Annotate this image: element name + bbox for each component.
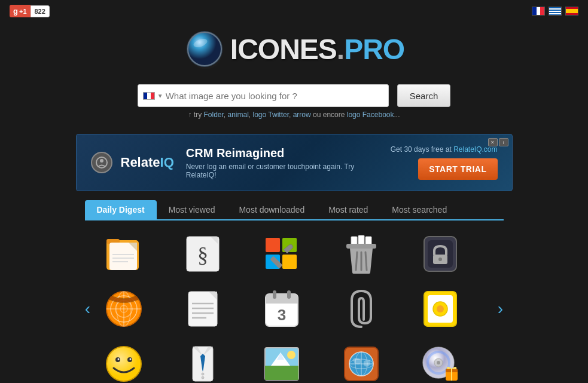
nav-next-button[interactable]: › — [489, 299, 513, 318]
ad-brand-iq: IQ — [160, 155, 174, 170]
tab-daily-digest[interactable]: Daily Digest — [85, 200, 157, 219]
ad-brand-area: RelateIQ — [91, 152, 174, 173]
logo-icones: ICONES — [230, 33, 337, 65]
logo-text: ICONES.PRO — [230, 33, 404, 66]
search-flag — [143, 92, 155, 100]
svg-line-29 — [365, 252, 367, 270]
ad-free-text: Get 30 days free at RelateIQ.com — [391, 145, 498, 154]
icon-globe-frame[interactable] — [337, 340, 385, 383]
icons-grid-wrapper: ‹ — [76, 230, 513, 383]
folder-page-svg — [106, 235, 141, 272]
icons-grid: § — [100, 230, 489, 383]
suggestion-animal[interactable]: animal — [228, 111, 249, 119]
suggestion-logo-twitter[interactable]: logo Twitter — [253, 111, 289, 119]
icon-folder-page[interactable] — [100, 230, 148, 278]
svg-point-60 — [117, 359, 119, 360]
svg-rect-18 — [266, 238, 280, 252]
svg-line-27 — [356, 252, 357, 270]
icon-smiley[interactable] — [100, 340, 148, 383]
ad-subtext: Never log an email or customer touchpoin… — [186, 163, 379, 179]
icon-sticker-page[interactable] — [416, 285, 464, 333]
ad-free-link[interactable]: RelateIQ.com — [453, 145, 497, 154]
dropdown-arrow-icon[interactable]: ▼ — [157, 93, 163, 99]
icon-paperclip[interactable] — [337, 285, 385, 333]
ad-banner: ✕ i RelateIQ CRM Reimagined Never log an… — [76, 134, 513, 191]
svg-point-33 — [438, 258, 442, 261]
logo-sphere-icon — [184, 28, 226, 70]
search-button[interactable]: Search — [397, 84, 451, 107]
suggestion-prefix: ↑ try — [188, 111, 203, 119]
icon-orange-globe[interactable] — [100, 285, 148, 333]
svg-point-70 — [287, 351, 295, 359]
icon-wrench-tools[interactable] — [258, 230, 306, 278]
ad-badge: ✕ i — [488, 138, 508, 146]
svg-rect-51 — [287, 290, 291, 299]
logo-area: ICONES.PRO — [0, 22, 588, 84]
suggestion-arrow[interactable]: arrow — [293, 111, 311, 119]
tab-most-searched[interactable]: Most searched — [380, 200, 459, 219]
gplus-label: +1 — [19, 8, 27, 15]
svg-point-64 — [202, 376, 204, 379]
icon-section-sign[interactable]: § — [179, 230, 227, 278]
ad-badge-x[interactable]: ✕ — [488, 138, 498, 146]
svg-text:§: § — [197, 243, 208, 266]
logo-pro: PRO — [344, 33, 404, 65]
gplus-count: 822 — [31, 5, 50, 17]
icon-lock-screen[interactable] — [416, 230, 464, 278]
suggestion-logo-facebook[interactable]: logo Facebook — [347, 111, 394, 119]
icon-dvd-gift[interactable] — [416, 340, 464, 383]
ad-brand-name: RelateIQ — [121, 155, 174, 170]
top-bar: g +1 822 — [0, 0, 588, 22]
svg-point-61 — [129, 359, 131, 360]
gplus-button[interactable]: g +1 — [10, 5, 31, 17]
ad-badge-info[interactable]: i — [499, 138, 508, 146]
gplus-icon: g — [13, 7, 18, 16]
tabs-area: Daily Digest Most viewed Most downloaded… — [85, 200, 504, 220]
icon-calendar[interactable]: 3 — [258, 285, 306, 333]
tab-most-viewed[interactable]: Most viewed — [157, 200, 227, 219]
gplus-widget[interactable]: g +1 822 — [10, 5, 50, 17]
svg-point-6 — [100, 159, 103, 163]
relateiq-logo-icon — [91, 152, 112, 173]
svg-rect-26 — [346, 244, 376, 249]
flag-greek[interactable] — [549, 7, 562, 16]
svg-point-63 — [202, 373, 204, 375]
search-area: ▼ Search ↑ try Folder, animal, logo Twit… — [0, 84, 588, 125]
svg-point-56 — [437, 305, 444, 312]
search-bar: ▼ — [138, 84, 389, 107]
icon-document[interactable] — [179, 285, 227, 333]
language-selector — [532, 7, 578, 16]
suggestion-folder[interactable]: Folder — [203, 111, 223, 119]
svg-point-81 — [437, 361, 440, 364]
flag-french[interactable] — [532, 7, 545, 16]
svg-rect-21 — [282, 255, 297, 269]
svg-rect-49 — [266, 300, 298, 304]
icon-landscape-stamp[interactable] — [258, 340, 306, 383]
svg-text:3: 3 — [278, 306, 286, 324]
nav-prev-button[interactable]: ‹ — [76, 299, 100, 318]
tab-most-rated[interactable]: Most rated — [316, 200, 380, 219]
svg-rect-50 — [273, 290, 276, 299]
search-input[interactable] — [166, 91, 383, 101]
ad-right: Get 30 days free at RelateIQ.com START T… — [391, 145, 498, 180]
svg-point-57 — [106, 347, 141, 381]
logo-dot: . — [337, 33, 344, 65]
icon-trash[interactable] — [337, 230, 385, 278]
flag-spanish[interactable] — [565, 7, 578, 16]
ad-headline: CRM Reimagined — [186, 146, 379, 160]
suggestion-ou: ou — [313, 111, 323, 119]
logo-container[interactable]: ICONES.PRO — [184, 28, 404, 70]
tab-most-downloaded[interactable]: Most downloaded — [227, 200, 316, 219]
icon-shirt[interactable] — [179, 340, 227, 383]
tabs: Daily Digest Most viewed Most downloaded… — [85, 200, 504, 220]
search-suggestions: ↑ try Folder, animal, logo Twitter, arro… — [0, 111, 588, 119]
suggestion-encore: encore — [323, 111, 347, 119]
svg-rect-67 — [265, 378, 298, 380]
ad-middle: CRM Reimagined Never log an email or cus… — [174, 146, 391, 179]
start-trial-button[interactable]: START TRIAL — [418, 158, 497, 180]
